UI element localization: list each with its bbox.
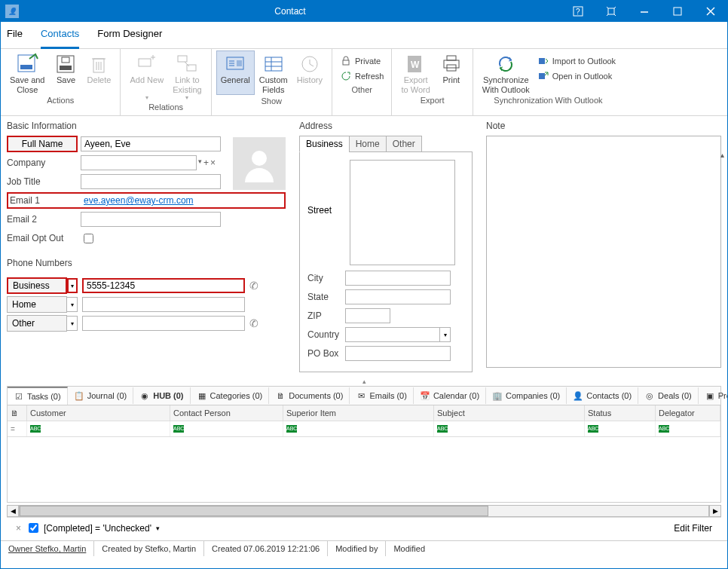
minimize-button[interactable] (628, 1, 661, 22)
scroll-right-icon[interactable]: ▶ (709, 505, 721, 517)
scroll-left-icon[interactable]: ◀ (7, 505, 19, 517)
custom-fields-button[interactable]: Custom Fields (255, 50, 292, 94)
phone-home-input[interactable] (82, 297, 245, 312)
avatar[interactable] (233, 137, 286, 190)
address-tab-business[interactable]: Business (299, 136, 350, 152)
close-button[interactable] (694, 1, 727, 22)
sync-outlook-button[interactable]: Synchronize With Outlook (478, 50, 534, 94)
general-button[interactable]: General (216, 50, 255, 95)
job-title-input[interactable] (81, 174, 221, 189)
company-add-icon[interactable]: + (203, 158, 209, 168)
email1-value[interactable]: eve.ayeen@eway-crm.com (84, 195, 194, 206)
address-tab-other[interactable]: Other (386, 136, 422, 152)
tab-hub[interactable]: ◉HUB (0) (133, 387, 190, 404)
phone-business-dropdown[interactable]: ▾ (67, 278, 78, 293)
state-input[interactable] (345, 289, 451, 304)
phone-home-dropdown[interactable]: ▾ (67, 297, 78, 312)
email2-input[interactable] (81, 212, 221, 227)
add-new-button[interactable]: Add New▾ (125, 50, 168, 101)
street-input[interactable] (350, 160, 455, 265)
note-input[interactable] (486, 136, 721, 368)
pobox-input[interactable] (345, 346, 451, 361)
save-button[interactable]: Save (49, 50, 82, 94)
help-icon[interactable]: ? (561, 1, 595, 22)
filter-equals-icon[interactable]: = (8, 421, 27, 436)
company-clear-icon[interactable]: × (210, 158, 216, 168)
svg-line-5 (607, 14, 608, 16)
phone-other-dropdown[interactable]: ▾ (67, 316, 78, 331)
delete-button[interactable]: Delete (82, 50, 115, 94)
filter-delegator[interactable]: ABC (656, 421, 720, 436)
tab-form-designer[interactable]: Form Designer (97, 25, 162, 48)
tab-file[interactable]: File (7, 25, 23, 48)
private-button[interactable]: Private (337, 54, 387, 69)
filter-close-icon[interactable]: × (16, 523, 21, 534)
phone-icon[interactable]: ✆ (249, 280, 258, 292)
tab-categories[interactable]: ▦Categories (0) (191, 387, 270, 404)
tab-contacts[interactable]: 👤Contacts (0) (567, 387, 638, 404)
refresh-button[interactable]: Refresh (337, 69, 387, 84)
tab-calendar[interactable]: 📅Calendar (0) (414, 387, 486, 404)
company-dropdown-icon[interactable]: ▾ (198, 158, 202, 168)
refresh-icon (340, 70, 352, 82)
print-button[interactable]: Print (435, 50, 468, 94)
col-icon[interactable]: 🗎 (8, 405, 27, 421)
scroll-thumb[interactable] (20, 506, 488, 516)
col-subject[interactable]: Subject (434, 405, 585, 421)
optout-checkbox[interactable] (84, 234, 93, 243)
col-customer[interactable]: Customer (27, 405, 170, 421)
import-outlook-button[interactable]: Import to Outlook (534, 54, 619, 69)
expand-handle[interactable]: ▴ (1, 377, 727, 386)
tab-documents[interactable]: 🗎Documents (0) (269, 387, 350, 404)
tab-contacts[interactable]: Contacts (41, 25, 79, 49)
svg-point-48 (252, 151, 267, 166)
filter-contact[interactable]: ABC (170, 421, 283, 436)
city-input[interactable] (345, 271, 451, 286)
phone-other-button[interactable]: Other (7, 315, 67, 332)
col-delegator[interactable]: Delegator (656, 405, 720, 421)
open-outlook-button[interactable]: Open in Outlook (534, 69, 619, 84)
filter-dropdown-icon[interactable]: ▾ (156, 525, 160, 532)
edit-filter-button[interactable]: Edit Filter (674, 523, 712, 534)
svg-rect-12 (20, 65, 32, 69)
history-button[interactable]: History (292, 50, 327, 94)
tab-deals[interactable]: ◎Deals (0) (638, 387, 699, 404)
link-existing-button[interactable]: Link to Existing ▾ (168, 50, 206, 101)
ribbon-collapse-icon[interactable]: ▴ (720, 151, 724, 159)
horizontal-scrollbar[interactable]: ◀ ▶ (7, 505, 721, 517)
filter-customer[interactable]: ABC (27, 421, 170, 436)
tab-project[interactable]: ▣Project (699, 387, 728, 404)
filter-status[interactable]: ABC (585, 421, 656, 436)
tab-emails[interactable]: ✉Emails (0) (350, 387, 414, 404)
group-actions-label: Actions (5, 94, 115, 107)
country-input[interactable] (345, 327, 440, 342)
svg-line-47 (545, 72, 548, 75)
phone-business-input[interactable] (82, 278, 245, 293)
filter-superior[interactable]: ABC (283, 421, 434, 436)
company-input[interactable] (81, 155, 197, 170)
maximize-button[interactable] (661, 1, 694, 22)
address-tab-home[interactable]: Home (349, 136, 387, 152)
col-status[interactable]: Status (585, 405, 656, 421)
phone-other-input[interactable] (82, 316, 245, 331)
save-and-close-button[interactable]: Save and Close (5, 50, 49, 94)
country-dropdown[interactable]: ▾ (440, 327, 451, 342)
full-name-input[interactable] (81, 136, 221, 151)
tab-tasks[interactable]: ☑Tasks (0) (8, 387, 68, 405)
tab-journal[interactable]: 📋Journal (0) (68, 387, 134, 404)
filter-checkbox[interactable] (29, 523, 38, 533)
phone-icon[interactable]: ✆ (249, 317, 258, 329)
filter-subject[interactable]: ABC (434, 421, 585, 436)
export-word-button[interactable]: W Export to Word (396, 50, 434, 94)
link-icon (176, 53, 198, 75)
col-superior[interactable]: Superior Item (283, 405, 434, 421)
tab-companies[interactable]: 🏢Companies (0) (486, 387, 567, 404)
phone-business-button[interactable]: Business (7, 277, 67, 294)
svg-rect-15 (62, 57, 69, 63)
phone-home-button[interactable]: Home (7, 296, 67, 313)
col-contact[interactable]: Contact Person (170, 405, 283, 421)
maximize-inner-icon[interactable] (595, 1, 628, 22)
status-owner[interactable]: Owner Stefko, Martin (1, 541, 94, 556)
zip-input[interactable] (345, 308, 390, 323)
full-name-button[interactable]: Full Name (7, 136, 78, 152)
